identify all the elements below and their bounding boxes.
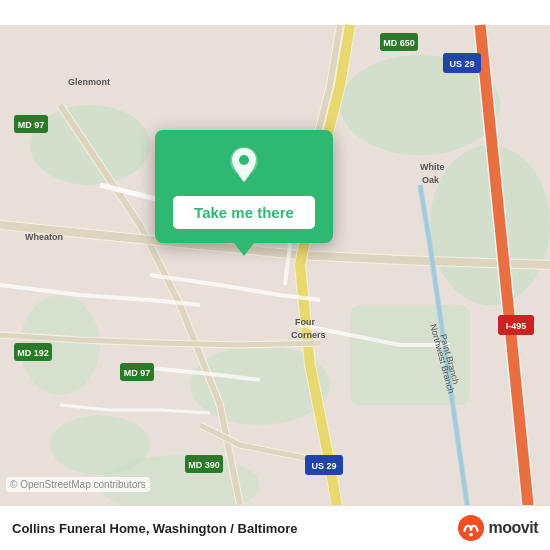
map-copyright: © OpenStreetMap contributors bbox=[6, 477, 150, 492]
svg-text:US 29: US 29 bbox=[449, 59, 474, 69]
svg-text:Oak: Oak bbox=[422, 175, 440, 185]
take-me-there-button[interactable]: Take me there bbox=[173, 196, 315, 229]
location-popup: Take me there bbox=[155, 130, 333, 243]
svg-text:I-495: I-495 bbox=[506, 321, 527, 331]
svg-text:MD 97: MD 97 bbox=[18, 120, 45, 130]
svg-point-34 bbox=[239, 155, 249, 165]
svg-text:MD 97: MD 97 bbox=[124, 368, 151, 378]
svg-text:Glenmont: Glenmont bbox=[68, 77, 110, 87]
svg-text:Wheaton: Wheaton bbox=[25, 232, 63, 242]
map-pin-icon bbox=[222, 144, 266, 188]
svg-text:Corners: Corners bbox=[291, 330, 326, 340]
svg-text:US 29: US 29 bbox=[311, 461, 336, 471]
map-background: Glenmont Wheaton White Oak Four Corners … bbox=[0, 0, 550, 550]
svg-text:MD 192: MD 192 bbox=[17, 348, 49, 358]
map-container: Glenmont Wheaton White Oak Four Corners … bbox=[0, 0, 550, 550]
svg-point-36 bbox=[469, 533, 473, 537]
moovit-logo-icon bbox=[457, 514, 485, 542]
svg-text:Four: Four bbox=[295, 317, 315, 327]
svg-text:MD 390: MD 390 bbox=[188, 460, 220, 470]
bottom-bar: Collins Funeral Home, Washington / Balti… bbox=[0, 505, 550, 550]
moovit-brand-text: moovit bbox=[489, 519, 538, 537]
svg-text:MD 650: MD 650 bbox=[383, 38, 415, 48]
svg-text:White: White bbox=[420, 162, 445, 172]
moovit-logo: moovit bbox=[457, 514, 538, 542]
place-name-label: Collins Funeral Home, Washington / Balti… bbox=[12, 521, 298, 536]
